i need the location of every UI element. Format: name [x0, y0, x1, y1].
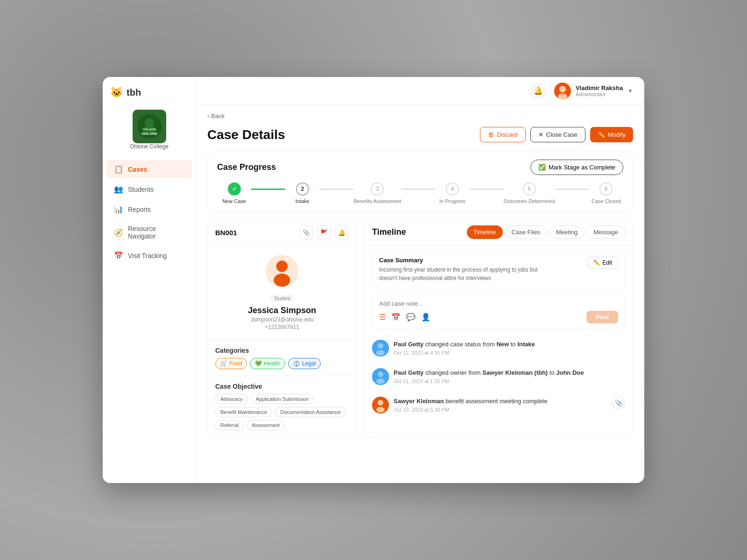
svg-text:OHLONE: OHLONE [141, 132, 157, 136]
feed-attachment-icon[interactable]: 📎 [612, 397, 625, 410]
sidebar-label-cases: Cases [128, 166, 147, 173]
step-label-5: Outcomes Determined [504, 198, 555, 204]
feed-message-2: Paul Getty changed owner from Sawyer Kle… [394, 368, 625, 378]
tag-food[interactable]: 🛒 Food [215, 358, 247, 369]
tab-timeline[interactable]: Timeline [467, 225, 503, 239]
close-case-button[interactable]: ✕ Close Case [530, 127, 585, 142]
step-label-1: New Case [222, 198, 246, 204]
step-4: 4 In Progress [436, 182, 470, 204]
modify-button[interactable]: ✏️ Modify [590, 127, 633, 142]
case-id-bar: BN001 📎 🚩 🔔 [208, 220, 356, 245]
user-role: Administrator [576, 91, 623, 97]
sidebar-item-cases[interactable]: 📋 Cases [106, 160, 192, 178]
svg-point-15 [378, 371, 383, 377]
mark-complete-button[interactable]: ✅ Mark Stage as Complete [530, 160, 623, 175]
feed-message-3: Sawyer Kleinman benefit assessment meeti… [394, 397, 607, 406]
obj-tag-assessment[interactable]: Assessment [247, 420, 285, 430]
check-circle-icon: ✅ [538, 164, 546, 171]
step-2: 2 Intake [285, 182, 319, 204]
step-circle-2: 2 [296, 182, 309, 196]
flag-icon-button[interactable]: 🚩 [317, 225, 331, 239]
svg-point-12 [378, 343, 383, 349]
feed-item: Paul Getty changed owner from Sawyer Kle… [372, 363, 625, 391]
org-logo: OHLONE COLLEGE [133, 110, 166, 143]
tab-case-files[interactable]: Case Files [505, 225, 547, 239]
case-icons: 📎 🚩 🔔 [299, 225, 349, 239]
student-avatar [266, 255, 298, 287]
note-comment-icon[interactable]: 💬 [406, 313, 416, 322]
tag-legal[interactable]: ⚖️ Legal [288, 358, 321, 369]
logo-icon: 🐱 [110, 86, 123, 98]
step-circle-5: 5 [523, 182, 536, 196]
step-1: ✓ New Case [217, 182, 251, 204]
category-tags: 🛒 Food 💚 Health ⚖️ Legal [215, 358, 349, 369]
user-details: Vladimir Raksha Administrator [576, 84, 623, 97]
edit-button[interactable]: ✏️ Edit [587, 257, 618, 269]
tab-meeting[interactable]: Meeting [549, 225, 585, 239]
step-circle-4: 4 [446, 182, 459, 196]
objective-tags: Advocacy Application Submission Benefit … [215, 394, 349, 430]
back-label: Back [211, 112, 225, 119]
note-calendar-icon[interactable]: 📅 [391, 313, 401, 322]
case-summary-box: Case Summary Incoming first-year student… [372, 251, 625, 288]
case-progress-section: Case Progress ✅ Mark Stage as Complete ✓… [207, 152, 633, 212]
header-actions: 🗑 Discard ✕ Close Case ✏️ Modify [480, 127, 633, 142]
user-menu[interactable]: Vladimir Raksha Administrator ▼ [554, 83, 633, 99]
attach-icon-button[interactable]: 📎 [299, 225, 313, 239]
student-phone: +1212667911 [265, 324, 299, 330]
page-title: Case Details [207, 127, 285, 142]
user-name: Vladimir Raksha [576, 84, 623, 91]
summary-title: Case Summary [379, 257, 557, 264]
sidebar-item-visit-tracking[interactable]: 📅 Visit Tracking [106, 246, 192, 265]
step-connector-2-3 [319, 189, 353, 190]
obj-tag-documentation-assistance[interactable]: Documentation Assistance [275, 407, 346, 417]
step-circle-6: 6 [599, 182, 613, 196]
sidebar-item-students[interactable]: 👥 Students [106, 180, 192, 198]
categories-section: Categories 🛒 Food 💚 Health ⚖️ Legal [208, 340, 356, 376]
svg-point-18 [378, 400, 383, 406]
svg-point-13 [376, 350, 385, 356]
svg-text:COLLEGE: COLLEGE [142, 128, 156, 131]
step-connector-4-5 [470, 189, 504, 190]
note-box: ☰ 📅 💬 👤 Post [372, 294, 625, 329]
notifications-button[interactable]: 🔔 [530, 83, 547, 99]
sidebar-item-resource-navigator[interactable]: 🧭 Resource Navigator [106, 220, 192, 245]
step-label-3: Benefits Assessment [353, 198, 401, 204]
step-3: 3 Benefits Assessment [353, 182, 401, 204]
obj-tag-benefit-maintenance[interactable]: Benefit Maintenance [215, 407, 272, 417]
modify-icon: ✏️ [598, 131, 605, 138]
discard-button[interactable]: 🗑 Discard [480, 127, 525, 142]
case-id: BN001 [215, 229, 237, 237]
note-tools: ☰ 📅 💬 👤 Post [379, 311, 618, 323]
left-panel: BN001 📎 🚩 🔔 [207, 219, 357, 437]
student-badge: Student [270, 295, 294, 302]
content-area: ‹ Back Case Details 🗑 Discard ✕ Close Ca… [196, 105, 644, 483]
note-input[interactable] [379, 300, 618, 307]
timeline-header: Timeline Timeline Case Files Meeting Mes… [365, 220, 633, 245]
tab-message[interactable]: Message [586, 225, 625, 239]
step-5: 5 Outcomes Determined [504, 182, 555, 204]
categories-title: Categories [215, 347, 349, 354]
cases-icon: 📋 [114, 165, 123, 174]
obj-tag-advocacy[interactable]: Advocacy [215, 394, 248, 404]
app-logo: 🐱 tbh [103, 86, 141, 98]
step-connector-3-4 [401, 189, 435, 190]
note-list-icon[interactable]: ☰ [379, 313, 386, 322]
sidebar-label-visit-tracking: Visit Tracking [128, 252, 167, 259]
post-button[interactable]: Post [586, 311, 618, 323]
back-link[interactable]: ‹ Back [207, 112, 633, 119]
feed-time-1: Oct 12, 2023 at 4:35 PM [394, 350, 625, 356]
main-content: 🔔 Vladimir Raksha Administrator ▼ [196, 77, 644, 483]
summary-content: Case Summary Incoming first-year student… [379, 257, 557, 282]
bell-icon-button[interactable]: 🔔 [335, 225, 349, 239]
reports-icon: 📊 [114, 205, 123, 214]
sidebar-label-resource-navigator: Resource Navigator [128, 225, 184, 240]
obj-tag-referral[interactable]: Referral [215, 420, 244, 430]
svg-point-1 [145, 118, 154, 127]
sidebar-item-reports[interactable]: 📊 Reports [106, 200, 192, 218]
progress-steps: ✓ New Case 2 Intake 3 Benefits Assessmen… [217, 182, 623, 204]
note-user-icon[interactable]: 👤 [421, 313, 430, 322]
obj-tag-application-submission[interactable]: Application Submission [251, 394, 314, 404]
right-panel: Timeline Timeline Case Files Meeting Mes… [364, 219, 633, 437]
tag-health[interactable]: 💚 Health [250, 358, 285, 369]
